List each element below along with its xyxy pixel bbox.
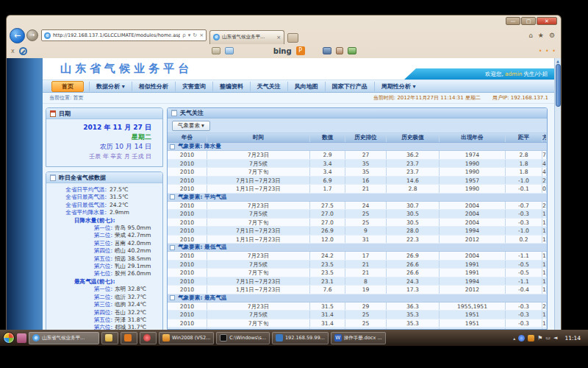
close-button[interactable]: ✕ [537, 17, 557, 25]
toolbar-close-icon[interactable]: x [11, 48, 15, 54]
start-button[interactable] [3, 332, 15, 344]
precip-ranking-heading: 日降水量(前七): [48, 217, 158, 224]
taskbar-button[interactable] [101, 332, 118, 344]
tab-close-icon[interactable]: × [276, 35, 281, 40]
expand-toggle-icon[interactable] [170, 245, 175, 250]
welcome-suffix: 先生/小姐 [523, 71, 548, 78]
table-row[interactable]: 2010 7月1日~7月23日 6.9 16 14.6 1957 -1.0 2.… [168, 177, 547, 185]
cell-year: 2010 [168, 219, 207, 227]
expand-toggle-icon[interactable] [170, 144, 175, 149]
cell-variance: 1.6 [542, 236, 547, 244]
table-row[interactable]: 2010 1月1日~7月23日 12.0 31 22.3 2012 0.2 1.… [168, 236, 547, 244]
taskbar-button[interactable] [140, 332, 157, 344]
table-row[interactable]: 2010 7月下旬 23.5 21 26.6 1991 -0.5 1.6 [168, 269, 547, 277]
table-row[interactable]: 2010 7月下旬 3.4 35 23.7 1990 1.8 4.8 [168, 168, 547, 177]
page-scrollbar[interactable]: ▲ [554, 58, 561, 330]
taskbar-button[interactable]: W 操作手册.docx ... [331, 332, 386, 344]
pinned-app-icon[interactable] [17, 333, 26, 343]
action-center-flag-icon[interactable]: ⚑ [537, 335, 542, 342]
expand-toggle-icon[interactable] [170, 295, 175, 300]
nav-item[interactable]: 相似性分析 [132, 82, 175, 91]
search-dropdown-icon[interactable]: ▾ [188, 32, 191, 38]
scroll-up-icon[interactable]: ▲ [556, 58, 559, 64]
search-icon[interactable]: ρ [182, 32, 185, 38]
welcome-banner: 欢迎您, admin 先生/小姐 [404, 68, 555, 79]
table-row[interactable]: 2010 7月23日 27.5 24 30.7 2004 -0.7 2.0 [168, 202, 547, 210]
maximize-button[interactable]: ▢ [521, 17, 536, 25]
cell-extreme: 28.0 [387, 227, 440, 235]
stop-icon[interactable]: × [199, 32, 204, 38]
nav-item[interactable]: 周期性分析 ▾ [374, 82, 423, 91]
table-row[interactable]: 2010 7月23日 2.9 27 36.2 1974 2.8 7.6 [168, 151, 547, 160]
table-row[interactable]: 2010 7月1日~7月23日 26.9 9 28.0 1994 -1.0 1.… [168, 227, 547, 236]
scrollbar-thumb[interactable] [556, 64, 561, 107]
nav-item[interactable]: 风向地图 [287, 82, 325, 91]
section-header-max-temp[interactable]: 气象要素: 最高气温 [168, 294, 547, 302]
precip-ranking-row: 第七位: 胶州 26.0mm [48, 270, 158, 277]
table-row[interactable]: 2010 7月5候 3.4 35 23.7 1990 1.8 4.8 [168, 160, 547, 169]
cell-extreme: 30.5 [387, 219, 440, 227]
tray-expand-icon[interactable]: ▴ [513, 336, 515, 341]
new-tab-button[interactable] [287, 33, 298, 43]
precip-ranking-row: 第四位: 崂山 40.2mm [48, 247, 158, 255]
table-row[interactable]: 2010 7月下旬 31.4 25 35.3 1951 -0.3 1.9 [168, 319, 547, 328]
security-icon[interactable] [528, 335, 534, 342]
nav-item[interactable]: 天气关注 [250, 82, 287, 91]
home-icon[interactable]: ⌂ [528, 32, 533, 39]
forward-button[interactable]: → [26, 29, 38, 41]
nav-item[interactable]: 灾害查询 [175, 82, 212, 91]
table-row[interactable]: 2010 7月下旬 27.0 25 30.5 2004 -0.3 1.6 [168, 219, 547, 227]
messenger-icon[interactable] [518, 335, 525, 342]
toolbar-overflow-icon[interactable]: • • • [539, 48, 556, 54]
minimize-button[interactable]: — [506, 17, 520, 25]
nav-item[interactable]: 整编资料 [212, 82, 250, 91]
mail-icon[interactable] [225, 47, 234, 54]
table-row[interactable]: 2010 7月5候 31.4 25 35.3 1951 -0.3 1.9 [168, 311, 547, 319]
table-row[interactable]: 2010 7月1日~7月23日 23.1 8 24.3 1994 -1.1 1.… [168, 277, 547, 286]
table-row[interactable]: 2010 1月1日~7月23日 1.7 21 2.8 1990 -0.1 0.4 [168, 185, 547, 194]
back-button[interactable]: ← [10, 28, 25, 43]
browser-tab[interactable]: e 山东省气候业务平... × [209, 30, 284, 44]
settings-gear-icon[interactable]: ⚙ [549, 32, 555, 39]
table-row[interactable]: 2010 7月23日 24.2 17 26.9 2004 -1.1 1.8 [168, 252, 547, 261]
nav-item[interactable]: 首页 [51, 81, 84, 92]
taskbar-button[interactable]: 192.168.59.99... [272, 332, 329, 344]
figure-icon[interactable] [336, 47, 343, 54]
card-icon[interactable] [212, 47, 220, 54]
nav-item[interactable]: 国家下行产品 [325, 82, 374, 91]
taskbar-button[interactable] [121, 332, 137, 344]
url-text[interactable]: http://192.168.137.1/GLCCLIMATE/modules/… [53, 32, 180, 38]
table-row[interactable]: 2010 7月5候 23.5 21 26.6 1991 -0.5 1.6 [168, 261, 547, 269]
cell-time: 7月1日~7月23日 [207, 227, 310, 235]
cell-extreme: 35.3 [387, 319, 440, 328]
taskbar-clock[interactable]: 11:14 [560, 335, 585, 342]
taskbar-button[interactable]: e 山东省气候业务平... [29, 332, 99, 344]
cell-value: 23.1 [310, 277, 345, 286]
refresh-icon[interactable]: ↻ [193, 32, 197, 38]
blocked-circle-icon[interactable] [19, 47, 27, 55]
nav-item[interactable]: 数据分析 ▾ [89, 82, 132, 91]
table-row[interactable]: 2010 7月1日~7月23日 31.5 9 33.0 1997 -1.0 1.… [168, 328, 547, 329]
table-row[interactable]: 2010 7月23日 31.5 29 36.3 1955,1951 -0.3 2… [168, 302, 547, 311]
address-bar[interactable]: e http://192.168.137.1/GLCCLIMATE/module… [41, 29, 207, 41]
favorites-star-icon[interactable]: ★ [538, 32, 544, 39]
bing-logo[interactable]: bing [273, 47, 292, 55]
section-header-min-temp[interactable]: 气象要素: 最低气温 [168, 244, 547, 252]
rank-label: 第一位: [48, 286, 112, 293]
network-icon[interactable]: ▭ [545, 335, 551, 342]
table-row[interactable]: 2010 1月1日~7月23日 7.6 19 17.3 2012 -0.4 1.… [168, 286, 547, 294]
expand-toggle-icon[interactable] [170, 194, 175, 199]
volume-icon[interactable]: ◄ [553, 335, 557, 342]
cell-rank: 16 [345, 177, 387, 185]
addon-icon[interactable] [348, 47, 356, 54]
tab-title[interactable]: 山东省气候业务平... [222, 34, 274, 40]
table-row[interactable]: 2010 7月5候 27.0 25 30.5 2004 -0.3 1.6 [168, 210, 547, 219]
taskbar-button[interactable]: C:\Windows\s... [216, 332, 270, 344]
section-header-mean-temp[interactable]: 气象要素: 平均气温 [168, 194, 547, 202]
camera-icon[interactable] [323, 47, 331, 54]
rank-label: 第四位: [48, 309, 112, 316]
element-filter-button[interactable]: 气象要素 ▾ [172, 121, 210, 131]
section-header-precip[interactable]: 气象要素: 降水量 [168, 143, 547, 151]
bing-tile-icon[interactable]: P [296, 46, 305, 55]
taskbar-button[interactable]: Win2008 (VS2... [159, 332, 214, 344]
